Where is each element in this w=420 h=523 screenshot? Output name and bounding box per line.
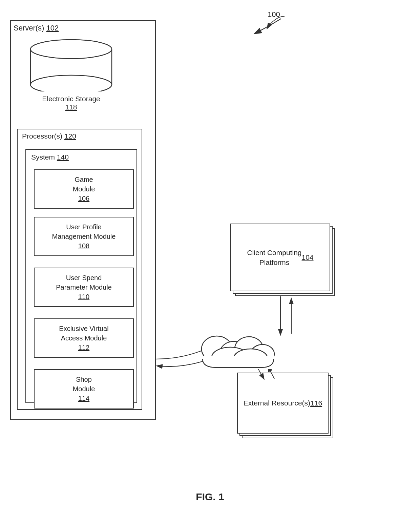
svg-point-5 [235,337,263,361]
external-resources-box: External Resource(s)116 [237,373,329,434]
user-spend-module-box: User SpendParameter Module110 [34,268,134,307]
svg-rect-9 [203,356,274,369]
system-label: System 140 [31,153,69,161]
svg-point-6 [251,344,274,363]
svg-point-1 [30,75,112,91]
svg-point-7 [212,347,249,368]
svg-point-2 [30,40,112,59]
svg-point-8 [234,349,268,368]
database-cylinder [27,37,115,91]
user-profile-module-box: User ProfileManagement Module108 [34,217,134,256]
client-computing-box: Client ComputingPlatforms 104 [230,224,330,291]
svg-point-3 [202,336,232,362]
figure-label: FIG. 1 [196,491,224,503]
server-label: Server(s) 102 [14,24,59,33]
svg-point-4 [220,341,247,363]
processor-label: Processor(s) 120 [22,132,76,140]
exclusive-virtual-module-box: Exclusive VirtualAccess Module112 [34,318,134,358]
electronic-storage-label: Electronic Storage118 [20,95,122,111]
game-module-box: GameModule106 [34,169,134,209]
ref-100-label: 100 [268,10,280,19]
shop-module-box: ShopModule114 [34,369,134,409]
diagram-container: Server(s) 102 Electronic Storage118 Proc… [0,0,420,523]
